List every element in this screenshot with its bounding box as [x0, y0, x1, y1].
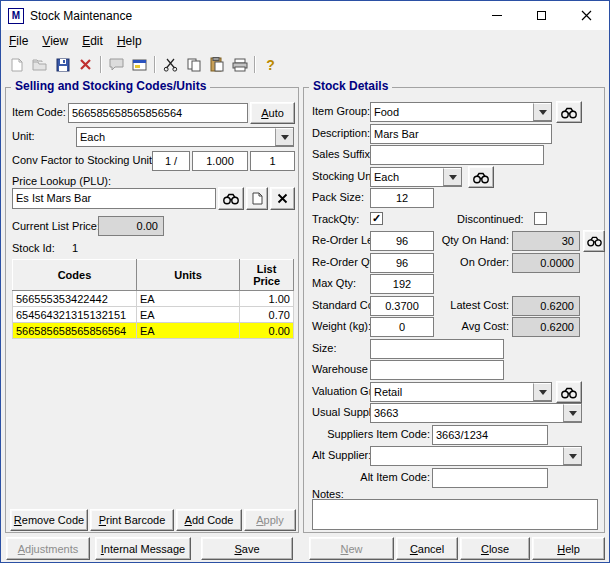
menu-view[interactable]: View	[35, 31, 75, 51]
maximize-button[interactable]	[519, 1, 564, 30]
table-row-selected[interactable]: 566585658565856564 EA 0.00	[13, 323, 294, 339]
print-icon	[232, 58, 248, 72]
unit-cell[interactable]: EA	[136, 291, 239, 307]
price-cell[interactable]: 0.70	[240, 307, 294, 323]
size-label: Size:	[312, 342, 336, 354]
alt-supplier-dropdown-button[interactable]	[563, 447, 581, 465]
conv-factor-label: Conv Factor to Stocking Unit:	[12, 154, 155, 166]
codes-table: Codes Units List Price 566555353422442 E…	[12, 259, 294, 339]
item-group-dropdown-button[interactable]	[533, 103, 551, 121]
warehouse-bin-field[interactable]	[370, 360, 504, 380]
suppliers-item-code-field[interactable]: 3663/1234	[432, 425, 548, 445]
table-row[interactable]: 654564321315132151 EA 0.70	[13, 307, 294, 323]
suppliers-item-code-label: Suppliers Item Code:	[312, 428, 430, 440]
help-footer-button[interactable]: Help	[532, 537, 605, 560]
reorder-level-field[interactable]: 96	[370, 231, 434, 251]
new-button-footer: New	[309, 537, 394, 560]
item-group-combo[interactable]: Food	[370, 102, 552, 122]
unit-cell[interactable]: EA	[136, 307, 239, 323]
stocking-unit-combo[interactable]: Each	[370, 167, 462, 187]
chevron-down-icon	[569, 454, 577, 463]
usual-supplier-combo[interactable]: 3663	[370, 403, 582, 423]
print-button[interactable]	[228, 54, 251, 76]
units-column-header: Units	[136, 260, 239, 291]
minimize-icon	[492, 15, 502, 16]
x-icon	[277, 193, 288, 204]
maximize-icon	[537, 11, 546, 20]
valuation-group-dropdown-button[interactable]	[533, 383, 551, 401]
valuation-group-search-button[interactable]	[556, 381, 582, 403]
qty-on-hand-search-button[interactable]	[583, 230, 605, 252]
max-qty-field[interactable]: 192	[370, 274, 434, 294]
window-title: Stock Maintenance	[30, 9, 132, 23]
price-cell[interactable]: 0.00	[240, 323, 294, 339]
notes-field[interactable]	[312, 499, 598, 530]
internal-message-footer-button[interactable]: Internal Message	[95, 537, 191, 560]
item-group-search-button[interactable]	[556, 101, 582, 123]
table-row[interactable]: 566555353422442 EA 1.00	[13, 291, 294, 307]
print-barcode-button[interactable]: Print Barcode	[90, 509, 174, 531]
minimize-button[interactable]	[474, 1, 519, 30]
plu-field[interactable]: Es Ist Mars Bar	[12, 188, 216, 209]
sales-suffix-label: Sales Suffix:	[312, 148, 373, 160]
menu-help[interactable]: Help	[110, 31, 149, 51]
avg-cost-label: Avg Cost:	[439, 320, 509, 332]
auto-button[interactable]: Auto	[250, 102, 295, 124]
code-cell[interactable]: 566555353422442	[13, 291, 137, 307]
standard-cost-field[interactable]: 0.3700	[370, 296, 434, 316]
stocking-unit-search-button[interactable]	[468, 166, 494, 188]
cut-button[interactable]	[159, 54, 182, 76]
stock-details-panel-title: Stock Details	[309, 79, 392, 93]
internal-message-button	[105, 54, 128, 76]
menu-file[interactable]: File	[2, 31, 35, 51]
selling-codes-panel-title: Selling and Stocking Codes/Units	[11, 79, 210, 93]
conv-factor-field-3[interactable]: 1	[250, 151, 295, 171]
current-list-price-field: 0.00	[98, 216, 164, 236]
conv-factor-field-2[interactable]: 1.000	[192, 151, 248, 171]
stocking-unit-dropdown-button[interactable]	[443, 168, 461, 186]
close-button[interactable]	[564, 1, 609, 30]
plu-new-button[interactable]	[246, 187, 268, 210]
new-icon	[11, 58, 23, 72]
save-footer-button[interactable]: Save	[201, 537, 293, 560]
on-order-field: 0.0000	[512, 253, 580, 273]
help-button[interactable]: ?	[259, 54, 282, 76]
alt-supplier-combo[interactable]	[370, 446, 582, 466]
cancel-button[interactable]: Cancel	[396, 537, 458, 560]
qty-on-hand-label: Qty On Hand:	[439, 234, 509, 246]
on-order-label: On Order:	[439, 256, 509, 268]
plu-search-button[interactable]	[218, 187, 244, 210]
conv-factor-field-1[interactable]: 1 /	[152, 151, 190, 171]
copy-icon	[187, 58, 201, 72]
weight-field[interactable]: 0	[370, 317, 434, 337]
unit-combo-dropdown-button[interactable]	[275, 128, 293, 146]
unit-combo[interactable]: Each	[76, 127, 294, 147]
unit-cell[interactable]: EA	[136, 323, 239, 339]
close-footer-button[interactable]: Close	[460, 537, 530, 560]
plu-delete-button[interactable]	[270, 187, 295, 210]
delete-button[interactable]	[74, 54, 97, 76]
price-cell[interactable]: 1.00	[240, 291, 294, 307]
valuation-group-combo[interactable]: Retail	[370, 382, 552, 402]
save-button[interactable]	[51, 54, 74, 76]
discontinued-checkbox[interactable]	[534, 212, 547, 225]
alt-item-code-field[interactable]	[432, 468, 548, 488]
paste-button[interactable]	[205, 54, 228, 76]
item-code-field[interactable]: 566585658565856564	[68, 103, 248, 123]
properties-button[interactable]	[128, 54, 151, 76]
track-qty-checkbox[interactable]: ✓	[370, 212, 383, 225]
copy-button[interactable]	[182, 54, 205, 76]
code-cell[interactable]: 654564321315132151	[13, 307, 137, 323]
size-field[interactable]	[370, 339, 504, 359]
code-cell[interactable]: 566585658565856564	[13, 323, 137, 339]
reorder-qty-field[interactable]: 96	[370, 253, 434, 273]
add-code-button[interactable]: Add Code	[176, 509, 242, 531]
remove-code-button[interactable]: Remove Code	[10, 509, 88, 531]
app-icon[interactable]: M	[8, 8, 24, 24]
pack-size-field[interactable]: 12	[370, 188, 434, 208]
description-field[interactable]: Mars Bar	[370, 124, 552, 144]
sales-suffix-field[interactable]	[370, 145, 544, 165]
menu-edit[interactable]: Edit	[75, 31, 110, 51]
help-question-icon: ?	[266, 57, 275, 73]
usual-supplier-dropdown-button[interactable]	[563, 404, 581, 422]
